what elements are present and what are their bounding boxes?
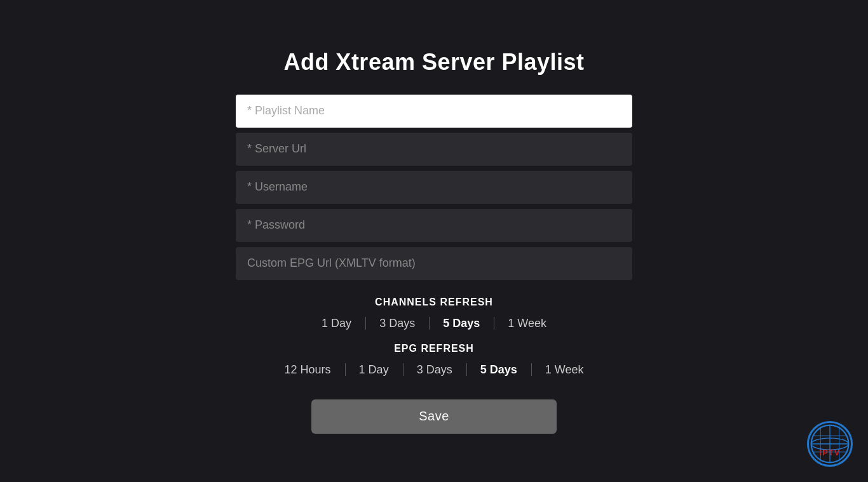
channels-refresh-section: CHANNELS REFRESH 1 Day 3 Days 5 Days 1 W… bbox=[0, 297, 868, 330]
channels-refresh-1day[interactable]: 1 Day bbox=[308, 317, 365, 330]
channels-refresh-1week[interactable]: 1 Week bbox=[494, 317, 560, 330]
epg-refresh-1week[interactable]: 1 Week bbox=[531, 363, 598, 377]
channels-refresh-5days[interactable]: 5 Days bbox=[429, 317, 494, 330]
epg-refresh-1day[interactable]: 1 Day bbox=[345, 363, 403, 377]
epg-refresh-options: 12 Hours 1 Day 3 Days 5 Days 1 Week bbox=[271, 363, 598, 377]
playlist-name-input[interactable] bbox=[236, 95, 632, 128]
channels-refresh-3days[interactable]: 3 Days bbox=[365, 317, 429, 330]
epg-refresh-12hours[interactable]: 12 Hours bbox=[271, 363, 345, 377]
username-input[interactable] bbox=[236, 171, 632, 204]
epg-url-input[interactable] bbox=[236, 247, 632, 280]
page-title: Add Xtream Server Playlist bbox=[283, 49, 584, 76]
epg-refresh-label: EPG REFRESH bbox=[394, 343, 474, 354]
iptv-logo: IPTV bbox=[807, 421, 853, 467]
epg-refresh-5days[interactable]: 5 Days bbox=[466, 363, 531, 377]
epg-refresh-section: EPG REFRESH 12 Hours 1 Day 3 Days 5 Days… bbox=[0, 343, 868, 377]
channels-refresh-label: CHANNELS REFRESH bbox=[375, 297, 493, 308]
iptv-logo-text: IPTV bbox=[820, 448, 841, 457]
channels-refresh-options: 1 Day 3 Days 5 Days 1 Week bbox=[308, 317, 560, 330]
server-url-input[interactable] bbox=[236, 133, 632, 166]
save-button[interactable]: Save bbox=[311, 399, 557, 434]
password-input[interactable] bbox=[236, 209, 632, 242]
epg-refresh-3days[interactable]: 3 Days bbox=[403, 363, 466, 377]
form-container: CHANNELS REFRESH 1 Day 3 Days 5 Days 1 W… bbox=[0, 95, 868, 434]
